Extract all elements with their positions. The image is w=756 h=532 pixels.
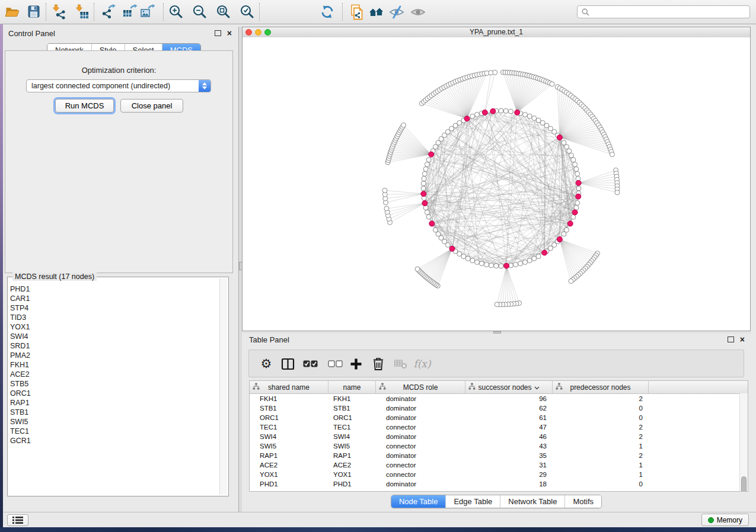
network-graph[interactable] bbox=[243, 37, 750, 331]
split-panel-button[interactable] bbox=[279, 355, 296, 372]
network-node-mcds[interactable] bbox=[576, 194, 581, 199]
mcds-result-item[interactable]: PMA2 bbox=[10, 351, 219, 360]
network-node[interactable] bbox=[493, 70, 497, 75]
network-node[interactable] bbox=[499, 108, 503, 113]
mcds-result-item[interactable]: TID3 bbox=[10, 313, 219, 322]
network-node[interactable] bbox=[574, 166, 579, 171]
network-node[interactable] bbox=[513, 262, 518, 267]
export-table-button[interactable] bbox=[121, 3, 139, 21]
network-node[interactable] bbox=[426, 214, 431, 219]
network-node[interactable] bbox=[522, 260, 527, 265]
optimization-criterion-select[interactable]: largest connected component (undirected) bbox=[26, 79, 211, 92]
mcds-result-item[interactable]: FKH1 bbox=[10, 360, 219, 370]
mcds-result-item[interactable]: YOX1 bbox=[10, 322, 219, 332]
mcds-result-item[interactable]: TEC1 bbox=[10, 427, 219, 436]
network-node-mcds[interactable] bbox=[557, 236, 562, 242]
network-window-titlebar[interactable]: YPA_prune.txt_1 bbox=[243, 27, 750, 38]
column-header-successor-nodes[interactable]: successor nodes bbox=[465, 381, 553, 393]
network-node[interactable] bbox=[465, 257, 470, 261]
table-row[interactable]: SWI5SWI5connector431 bbox=[250, 441, 748, 451]
tab-node-table[interactable]: Node Table bbox=[391, 495, 446, 508]
network-node-mcds[interactable] bbox=[422, 200, 428, 206]
network-node-mcds[interactable] bbox=[482, 110, 487, 115]
zoom-out-button[interactable] bbox=[192, 3, 209, 21]
network-node[interactable] bbox=[425, 210, 429, 214]
network-node[interactable] bbox=[384, 206, 389, 211]
float-panel-icon[interactable] bbox=[728, 336, 734, 342]
network-node[interactable] bbox=[457, 120, 462, 125]
refresh-button[interactable] bbox=[319, 3, 337, 21]
network-node[interactable] bbox=[503, 108, 508, 113]
network-node[interactable] bbox=[425, 162, 429, 167]
scrollbar-thumb[interactable] bbox=[741, 476, 747, 492]
network-node[interactable] bbox=[470, 258, 475, 263]
network-node[interactable] bbox=[536, 254, 541, 259]
network-node[interactable] bbox=[475, 260, 480, 265]
network-node[interactable] bbox=[415, 267, 420, 271]
network-node[interactable] bbox=[423, 166, 428, 171]
zoom-fit-button[interactable] bbox=[215, 3, 233, 21]
network-node-mcds[interactable] bbox=[515, 110, 520, 115]
run-mcds-button[interactable]: Run MCDS bbox=[55, 99, 114, 113]
search-input[interactable] bbox=[592, 6, 749, 18]
select-all-button[interactable] bbox=[302, 355, 318, 372]
network-node[interactable] bbox=[495, 302, 499, 307]
table-row[interactable]: SWI4SWI4dominator462 bbox=[250, 432, 748, 441]
network-node[interactable] bbox=[522, 112, 527, 117]
mcds-result-scrollbar[interactable] bbox=[219, 278, 227, 495]
tab-network-table[interactable]: Network Table bbox=[500, 495, 564, 508]
network-node[interactable] bbox=[422, 177, 426, 181]
mcds-result-item[interactable]: ACE2 bbox=[10, 370, 219, 379]
network-node[interactable] bbox=[527, 114, 532, 118]
network-node[interactable] bbox=[610, 152, 614, 157]
first-neighbors-button[interactable] bbox=[368, 3, 385, 21]
mcds-result-item[interactable]: SWI5 bbox=[10, 417, 219, 427]
network-node-mcds[interactable] bbox=[429, 221, 435, 226]
table-row[interactable]: PHD1PHD1dominator180 bbox=[250, 479, 748, 489]
export-image-button[interactable] bbox=[139, 3, 157, 21]
mcds-result-item[interactable]: STP4 bbox=[10, 303, 219, 313]
search-box[interactable] bbox=[577, 5, 750, 18]
import-network-button[interactable] bbox=[50, 3, 68, 21]
network-node-mcds[interactable] bbox=[421, 191, 426, 197]
network-node[interactable] bbox=[564, 145, 569, 149]
mcds-result-item[interactable]: STB1 bbox=[10, 408, 219, 417]
mcds-result-item[interactable]: GCR1 bbox=[10, 436, 219, 446]
network-node[interactable] bbox=[433, 227, 438, 232]
hide-selected-button[interactable] bbox=[388, 3, 406, 21]
network-node[interactable] bbox=[574, 206, 579, 210]
memory-button[interactable]: Memory bbox=[701, 514, 749, 526]
table-row[interactable]: TEC1TEC1connector472 bbox=[250, 422, 748, 432]
network-node[interactable] bbox=[461, 254, 466, 259]
network-node-mcds[interactable] bbox=[449, 246, 455, 251]
task-history-button[interactable] bbox=[7, 514, 28, 526]
float-panel-icon[interactable] bbox=[215, 30, 221, 36]
mcds-result-item[interactable]: STB5 bbox=[10, 379, 219, 389]
network-node[interactable] bbox=[567, 149, 572, 153]
network-node[interactable] bbox=[575, 171, 580, 176]
network-node[interactable] bbox=[571, 158, 576, 162]
column-header-MCDS-role[interactable]: MCDS role bbox=[376, 381, 465, 393]
network-node[interactable] bbox=[532, 257, 537, 261]
network-node[interactable] bbox=[518, 261, 523, 266]
network-node[interactable] bbox=[562, 232, 566, 236]
zoom-in-button[interactable] bbox=[168, 3, 186, 21]
network-node[interactable] bbox=[573, 162, 578, 167]
table-row[interactable]: RAP1RAP1dominator352 bbox=[250, 451, 748, 460]
network-node-mcds[interactable] bbox=[557, 135, 562, 140]
mcds-result-item[interactable]: ORC1 bbox=[10, 389, 219, 398]
network-node[interactable] bbox=[475, 112, 480, 117]
column-header-name[interactable]: name bbox=[328, 381, 376, 393]
network-node-mcds[interactable] bbox=[567, 221, 573, 226]
network-node[interactable] bbox=[615, 190, 620, 195]
network-node[interactable] bbox=[470, 114, 475, 118]
column-settings-button[interactable]: ⚙ bbox=[258, 355, 275, 372]
network-node[interactable] bbox=[484, 262, 489, 267]
network-node[interactable] bbox=[550, 82, 554, 86]
delete-column-button[interactable] bbox=[370, 355, 387, 372]
table-row[interactable]: ORC1ORC1dominator610 bbox=[250, 413, 748, 422]
network-node[interactable] bbox=[576, 186, 581, 191]
network-node-mcds[interactable] bbox=[576, 180, 581, 185]
table-row[interactable]: ACE2ACE2connector311 bbox=[250, 460, 748, 470]
network-node-mcds[interactable] bbox=[504, 263, 509, 268]
